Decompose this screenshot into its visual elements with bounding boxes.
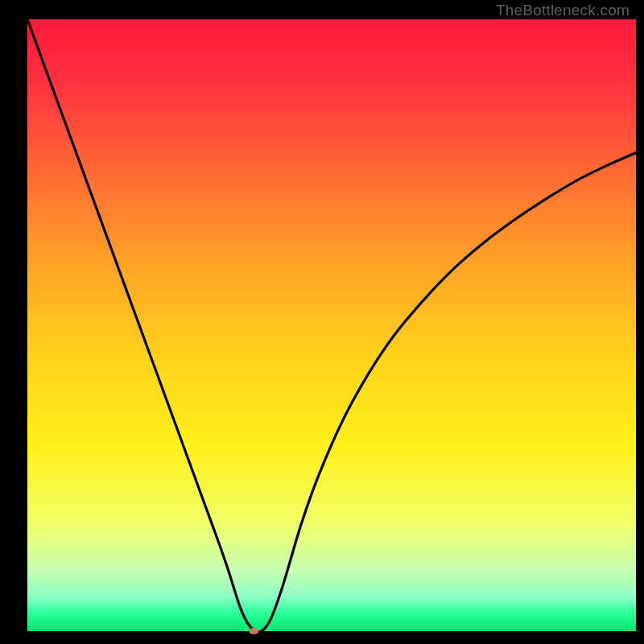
plot-background	[27, 19, 636, 631]
chart-stage: TheBottleneck.com	[0, 0, 644, 644]
optimal-point-marker	[249, 628, 258, 634]
bottleneck-chart	[0, 0, 644, 644]
watermark-text: TheBottleneck.com	[496, 2, 630, 19]
